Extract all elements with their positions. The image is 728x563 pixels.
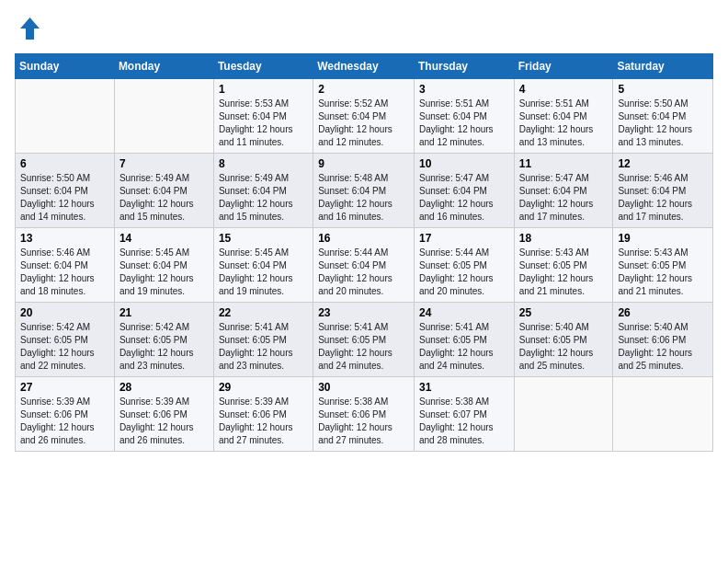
day-number: 30: [318, 381, 409, 394]
day-number: 29: [219, 381, 308, 394]
day-number: 25: [519, 306, 609, 319]
logo: [15, 15, 46, 42]
day-detail: Sunrise: 5:48 AM Sunset: 6:04 PM Dayligh…: [318, 172, 409, 224]
day-number: 16: [318, 232, 409, 245]
calendar-cell: 6Sunrise: 5:50 AM Sunset: 6:04 PM Daylig…: [16, 154, 115, 228]
day-detail: Sunrise: 5:38 AM Sunset: 6:06 PM Dayligh…: [318, 396, 409, 447]
calendar-cell: 29Sunrise: 5:39 AM Sunset: 6:06 PM Dayli…: [213, 377, 313, 452]
calendar-week-row: 13Sunrise: 5:46 AM Sunset: 6:04 PM Dayli…: [16, 228, 713, 303]
weekday-header: Thursday: [414, 54, 514, 79]
day-detail: Sunrise: 5:51 AM Sunset: 6:04 PM Dayligh…: [519, 98, 609, 149]
calendar-week-row: 27Sunrise: 5:39 AM Sunset: 6:06 PM Dayli…: [16, 377, 713, 452]
calendar-cell: 18Sunrise: 5:43 AM Sunset: 6:05 PM Dayli…: [514, 228, 613, 303]
calendar-cell: [16, 79, 115, 154]
weekday-header: Tuesday: [213, 54, 313, 79]
page-header: [15, 15, 713, 42]
day-detail: Sunrise: 5:50 AM Sunset: 6:04 PM Dayligh…: [618, 98, 708, 149]
day-detail: Sunrise: 5:41 AM Sunset: 6:05 PM Dayligh…: [219, 321, 308, 373]
weekday-header: Saturday: [613, 54, 713, 79]
calendar-cell: 14Sunrise: 5:45 AM Sunset: 6:04 PM Dayli…: [114, 228, 213, 303]
calendar-cell: 9Sunrise: 5:48 AM Sunset: 6:04 PM Daylig…: [313, 154, 415, 228]
calendar-week-row: 20Sunrise: 5:42 AM Sunset: 6:05 PM Dayli…: [16, 303, 713, 377]
day-number: 22: [219, 306, 308, 319]
day-detail: Sunrise: 5:45 AM Sunset: 6:04 PM Dayligh…: [219, 247, 308, 298]
day-number: 5: [618, 83, 708, 96]
calendar-cell: 24Sunrise: 5:41 AM Sunset: 6:05 PM Dayli…: [414, 303, 514, 377]
day-number: 26: [618, 306, 708, 319]
calendar-cell: 4Sunrise: 5:51 AM Sunset: 6:04 PM Daylig…: [514, 79, 613, 154]
calendar-cell: 28Sunrise: 5:39 AM Sunset: 6:06 PM Dayli…: [114, 377, 213, 452]
day-detail: Sunrise: 5:42 AM Sunset: 6:05 PM Dayligh…: [119, 321, 209, 373]
day-detail: Sunrise: 5:46 AM Sunset: 6:04 PM Dayligh…: [618, 172, 708, 224]
calendar-cell: 26Sunrise: 5:40 AM Sunset: 6:06 PM Dayli…: [613, 303, 713, 377]
day-detail: Sunrise: 5:40 AM Sunset: 6:05 PM Dayligh…: [519, 321, 609, 373]
weekday-header: Monday: [114, 54, 213, 79]
day-number: 24: [419, 306, 509, 319]
calendar-week-row: 6Sunrise: 5:50 AM Sunset: 6:04 PM Daylig…: [16, 154, 713, 228]
day-number: 8: [219, 157, 308, 170]
day-detail: Sunrise: 5:42 AM Sunset: 6:05 PM Dayligh…: [20, 321, 109, 373]
day-number: 19: [618, 232, 708, 245]
calendar-cell: 31Sunrise: 5:38 AM Sunset: 6:07 PM Dayli…: [414, 377, 514, 452]
calendar-cell: 7Sunrise: 5:49 AM Sunset: 6:04 PM Daylig…: [114, 154, 213, 228]
day-detail: Sunrise: 5:45 AM Sunset: 6:04 PM Dayligh…: [119, 247, 209, 298]
day-detail: Sunrise: 5:53 AM Sunset: 6:04 PM Dayligh…: [219, 98, 308, 149]
day-detail: Sunrise: 5:52 AM Sunset: 6:04 PM Dayligh…: [318, 98, 409, 149]
calendar-cell: 10Sunrise: 5:47 AM Sunset: 6:04 PM Dayli…: [414, 154, 514, 228]
day-detail: Sunrise: 5:49 AM Sunset: 6:04 PM Dayligh…: [119, 172, 209, 224]
day-detail: Sunrise: 5:39 AM Sunset: 6:06 PM Dayligh…: [20, 396, 109, 447]
calendar-table: SundayMondayTuesdayWednesdayThursdayFrid…: [15, 53, 713, 452]
day-detail: Sunrise: 5:39 AM Sunset: 6:06 PM Dayligh…: [219, 396, 308, 447]
day-number: 20: [20, 306, 109, 319]
calendar-cell: 23Sunrise: 5:41 AM Sunset: 6:05 PM Dayli…: [313, 303, 415, 377]
calendar-cell: 25Sunrise: 5:40 AM Sunset: 6:05 PM Dayli…: [514, 303, 613, 377]
calendar-cell: 27Sunrise: 5:39 AM Sunset: 6:06 PM Dayli…: [16, 377, 115, 452]
weekday-header: Friday: [514, 54, 613, 79]
calendar-cell: 17Sunrise: 5:44 AM Sunset: 6:05 PM Dayli…: [414, 228, 514, 303]
day-number: 3: [419, 83, 509, 96]
calendar-cell: 1Sunrise: 5:53 AM Sunset: 6:04 PM Daylig…: [213, 79, 313, 154]
day-detail: Sunrise: 5:51 AM Sunset: 6:04 PM Dayligh…: [419, 98, 509, 149]
day-number: 11: [519, 157, 609, 170]
calendar-cell: 2Sunrise: 5:52 AM Sunset: 6:04 PM Daylig…: [313, 79, 415, 154]
weekday-header: Wednesday: [313, 54, 415, 79]
calendar-cell: 19Sunrise: 5:43 AM Sunset: 6:05 PM Dayli…: [613, 228, 713, 303]
day-detail: Sunrise: 5:43 AM Sunset: 6:05 PM Dayligh…: [519, 247, 609, 298]
day-number: 2: [318, 83, 409, 96]
day-number: 31: [419, 381, 509, 394]
day-number: 1: [219, 83, 308, 96]
day-number: 13: [20, 232, 109, 245]
calendar-cell: 22Sunrise: 5:41 AM Sunset: 6:05 PM Dayli…: [213, 303, 313, 377]
svg-marker-0: [20, 17, 40, 40]
day-detail: Sunrise: 5:49 AM Sunset: 6:04 PM Dayligh…: [219, 172, 308, 224]
day-number: 21: [119, 306, 209, 319]
day-number: 12: [618, 157, 708, 170]
day-detail: Sunrise: 5:43 AM Sunset: 6:05 PM Dayligh…: [618, 247, 708, 298]
day-detail: Sunrise: 5:44 AM Sunset: 6:05 PM Dayligh…: [419, 247, 509, 298]
day-number: 23: [318, 306, 409, 319]
calendar-cell: 12Sunrise: 5:46 AM Sunset: 6:04 PM Dayli…: [613, 154, 713, 228]
day-number: 7: [119, 157, 209, 170]
weekday-header: Sunday: [16, 54, 115, 79]
day-number: 14: [119, 232, 209, 245]
day-detail: Sunrise: 5:46 AM Sunset: 6:04 PM Dayligh…: [20, 247, 109, 298]
day-number: 6: [20, 157, 109, 170]
day-detail: Sunrise: 5:40 AM Sunset: 6:06 PM Dayligh…: [618, 321, 708, 373]
day-number: 9: [318, 157, 409, 170]
day-number: 17: [419, 232, 509, 245]
day-number: 10: [419, 157, 509, 170]
calendar-cell: 11Sunrise: 5:47 AM Sunset: 6:04 PM Dayli…: [514, 154, 613, 228]
day-detail: Sunrise: 5:47 AM Sunset: 6:04 PM Dayligh…: [519, 172, 609, 224]
calendar-cell: 5Sunrise: 5:50 AM Sunset: 6:04 PM Daylig…: [613, 79, 713, 154]
day-number: 18: [519, 232, 609, 245]
calendar-week-row: 1Sunrise: 5:53 AM Sunset: 6:04 PM Daylig…: [16, 79, 713, 154]
calendar-cell: 30Sunrise: 5:38 AM Sunset: 6:06 PM Dayli…: [313, 377, 415, 452]
day-detail: Sunrise: 5:41 AM Sunset: 6:05 PM Dayligh…: [318, 321, 409, 373]
calendar-cell: 16Sunrise: 5:44 AM Sunset: 6:04 PM Dayli…: [313, 228, 415, 303]
calendar-cell: 20Sunrise: 5:42 AM Sunset: 6:05 PM Dayli…: [16, 303, 115, 377]
calendar-cell: [514, 377, 613, 452]
day-number: 28: [119, 381, 209, 394]
day-detail: Sunrise: 5:47 AM Sunset: 6:04 PM Dayligh…: [419, 172, 509, 224]
day-detail: Sunrise: 5:38 AM Sunset: 6:07 PM Dayligh…: [419, 396, 509, 447]
day-number: 4: [519, 83, 609, 96]
